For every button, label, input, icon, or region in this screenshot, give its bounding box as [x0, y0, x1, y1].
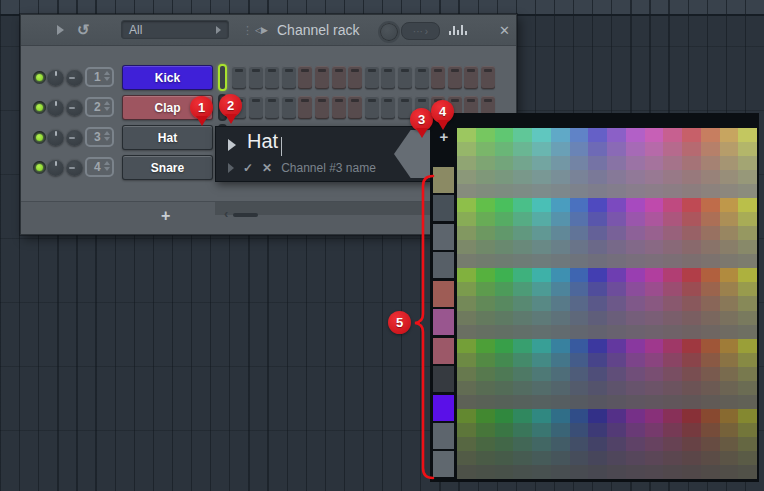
palette-cell[interactable]	[607, 451, 626, 465]
channel-filter-dropdown[interactable]: All	[121, 20, 229, 39]
palette-cell[interactable]	[663, 367, 682, 381]
step-button[interactable]	[431, 66, 445, 89]
palette-cell[interactable]	[738, 395, 757, 409]
channel-number-box[interactable]: 2	[85, 97, 114, 117]
palette-cell[interactable]	[513, 128, 532, 142]
palette-cell[interactable]	[720, 367, 739, 381]
palette-cell[interactable]	[701, 128, 720, 142]
palette-cell[interactable]	[513, 296, 532, 310]
palette-cell[interactable]	[532, 170, 551, 184]
pan-knob[interactable]	[47, 99, 64, 116]
palette-cell[interactable]	[663, 170, 682, 184]
palette-cell[interactable]	[513, 254, 532, 268]
palette-cell[interactable]	[532, 311, 551, 325]
palette-cell[interactable]	[626, 240, 645, 254]
palette-cell[interactable]	[570, 395, 589, 409]
palette-cell[interactable]	[663, 353, 682, 367]
palette-cell[interactable]	[570, 296, 589, 310]
palette-cell[interactable]	[570, 465, 589, 479]
drag-handle-icon[interactable]: ⋮	[242, 15, 253, 45]
palette-cell[interactable]	[682, 268, 701, 282]
palette-cell[interactable]	[495, 423, 514, 437]
palette-cell[interactable]	[663, 325, 682, 339]
palette-cell[interactable]	[588, 423, 607, 437]
palette-cell[interactable]	[588, 437, 607, 451]
palette-cell[interactable]	[532, 268, 551, 282]
step-button[interactable]	[448, 66, 462, 89]
palette-cell[interactable]	[701, 423, 720, 437]
palette-cell[interactable]	[476, 254, 495, 268]
palette-cell[interactable]	[476, 437, 495, 451]
channel-button[interactable]: Snare	[122, 155, 213, 180]
palette-cell[interactable]	[682, 184, 701, 198]
palette-cell[interactable]	[738, 353, 757, 367]
palette-cell[interactable]	[720, 395, 739, 409]
volume-knob[interactable]	[66, 159, 83, 176]
palette-cell[interactable]	[495, 170, 514, 184]
swing-knob[interactable]	[378, 21, 400, 43]
palette-cell[interactable]	[495, 268, 514, 282]
palette-cell[interactable]	[532, 437, 551, 451]
palette-cell[interactable]	[513, 465, 532, 479]
palette-cell[interactable]	[476, 353, 495, 367]
palette-cell[interactable]	[495, 311, 514, 325]
palette-cell[interactable]	[701, 170, 720, 184]
palette-cell[interactable]	[720, 381, 739, 395]
preset-display[interactable]: ··· ›	[401, 22, 440, 40]
palette-cell[interactable]	[532, 184, 551, 198]
palette-cell[interactable]	[513, 353, 532, 367]
palette-cell[interactable]	[551, 339, 570, 353]
palette-cell[interactable]	[645, 296, 664, 310]
channel-number-box[interactable]: 4	[85, 157, 114, 177]
palette-cell[interactable]	[607, 339, 626, 353]
palette-cell[interactable]	[551, 451, 570, 465]
palette-cell[interactable]	[551, 325, 570, 339]
palette-cell[interactable]	[645, 170, 664, 184]
palette-cell[interactable]	[570, 423, 589, 437]
pan-knob[interactable]	[47, 159, 64, 176]
palette-cell[interactable]	[570, 353, 589, 367]
palette-cell[interactable]	[607, 409, 626, 423]
palette-cell[interactable]	[551, 254, 570, 268]
palette-cell[interactable]	[532, 451, 551, 465]
palette-cell[interactable]	[551, 395, 570, 409]
palette-cell[interactable]	[457, 409, 476, 423]
palette-cell[interactable]	[645, 282, 664, 296]
palette-cell[interactable]	[457, 240, 476, 254]
palette-cell[interactable]	[532, 395, 551, 409]
palette-cell[interactable]	[720, 240, 739, 254]
palette-cell[interactable]	[701, 184, 720, 198]
palette-cell[interactable]	[720, 423, 739, 437]
palette-cell[interactable]	[701, 254, 720, 268]
palette-cell[interactable]	[645, 423, 664, 437]
palette-cell[interactable]	[457, 268, 476, 282]
palette-cell[interactable]	[588, 311, 607, 325]
palette-cell[interactable]	[701, 395, 720, 409]
palette-cell[interactable]	[663, 339, 682, 353]
popup-arrow-icon[interactable]	[228, 139, 236, 151]
palette-cell[interactable]	[626, 451, 645, 465]
palette-cell[interactable]	[738, 198, 757, 212]
palette-cell[interactable]	[720, 296, 739, 310]
palette-cell[interactable]	[588, 451, 607, 465]
palette-cell[interactable]	[626, 367, 645, 381]
palette-cell[interactable]	[720, 409, 739, 423]
palette-cell[interactable]	[645, 465, 664, 479]
channel-name-input[interactable]: Hat	[247, 130, 278, 153]
palette-cell[interactable]	[495, 339, 514, 353]
palette-cell[interactable]	[645, 409, 664, 423]
palette-cell[interactable]	[513, 268, 532, 282]
palette-cell[interactable]	[626, 339, 645, 353]
step-button[interactable]	[464, 66, 478, 89]
popup-small-arrow-icon[interactable]	[228, 163, 234, 173]
palette-cell[interactable]	[588, 268, 607, 282]
step-button[interactable]	[249, 96, 263, 119]
palette-cell[interactable]	[457, 198, 476, 212]
palette-cell[interactable]	[457, 339, 476, 353]
graph-editor-icon[interactable]	[449, 15, 467, 45]
palette-cell[interactable]	[570, 409, 589, 423]
palette-cell[interactable]	[682, 353, 701, 367]
palette-cell[interactable]	[588, 465, 607, 479]
palette-cell[interactable]	[738, 128, 757, 142]
palette-cell[interactable]	[663, 198, 682, 212]
